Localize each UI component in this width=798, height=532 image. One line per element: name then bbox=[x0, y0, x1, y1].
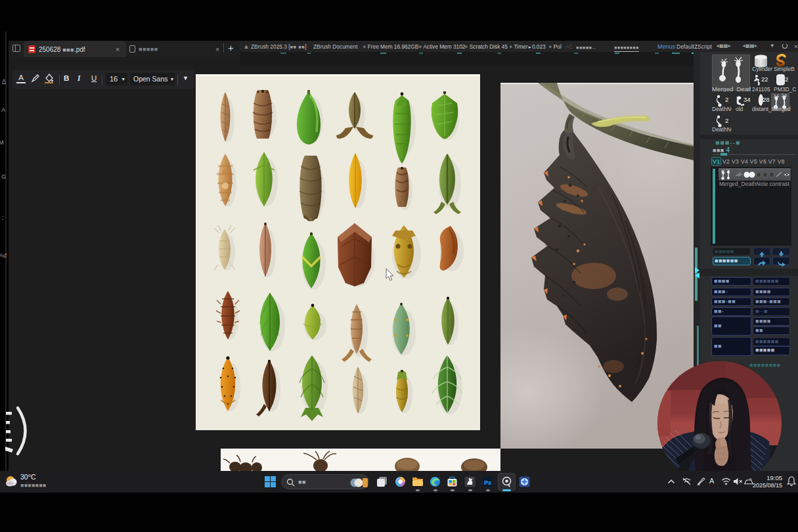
svg-text:Ps: Ps bbox=[484, 479, 491, 486]
